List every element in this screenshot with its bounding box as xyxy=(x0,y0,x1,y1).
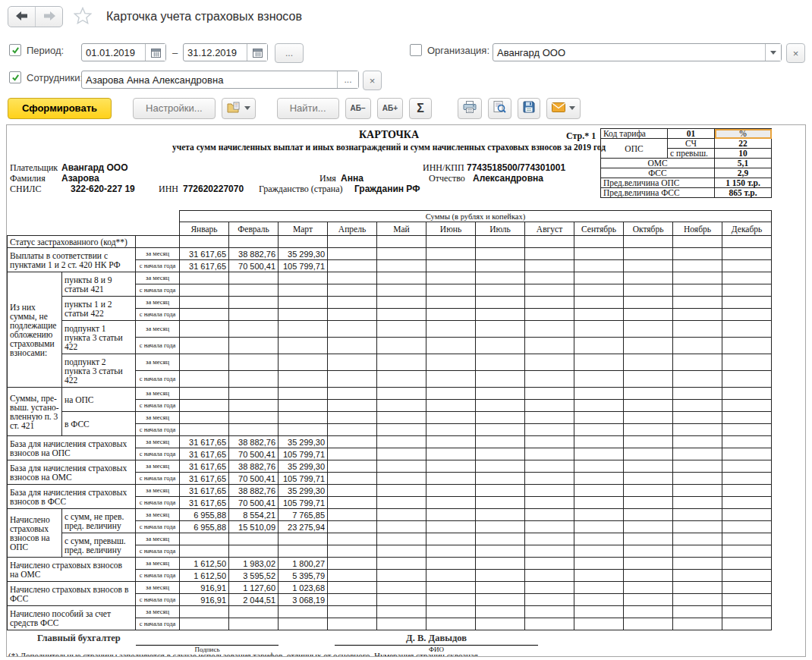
month-value-cell[interactable] xyxy=(722,545,772,558)
inn-label[interactable]: ИНН xyxy=(159,184,178,195)
month-value-cell[interactable] xyxy=(624,436,673,448)
month-value-cell[interactable] xyxy=(377,570,426,582)
sub-label-cell[interactable]: подпункт 2 пункта 3 статьи 422 xyxy=(62,354,136,388)
month-value-cell[interactable] xyxy=(229,371,279,388)
month-value-cell[interactable] xyxy=(476,424,525,436)
month-value-cell[interactable] xyxy=(574,570,624,582)
month-value-cell[interactable] xyxy=(722,533,772,545)
month-value-cell[interactable] xyxy=(722,460,772,473)
month-value-cell[interactable] xyxy=(229,284,279,297)
month-value-cell[interactable] xyxy=(624,473,673,485)
month-value-cell[interactable] xyxy=(574,236,624,248)
month-value-cell[interactable] xyxy=(328,284,377,297)
tariff-oms-label[interactable]: ОМС xyxy=(601,159,715,168)
month-value-cell[interactable] xyxy=(525,248,574,260)
month-value-cell[interactable] xyxy=(624,412,673,424)
month-value-cell[interactable] xyxy=(722,248,772,260)
row-label-cell[interactable]: База для начисления страховых взносов на… xyxy=(8,460,136,485)
month-value-cell[interactable] xyxy=(525,297,574,309)
month-value-cell[interactable] xyxy=(476,371,525,388)
month-value-cell[interactable] xyxy=(574,594,624,606)
month-value-cell[interactable] xyxy=(476,485,525,497)
month-value-cell[interactable] xyxy=(624,618,673,630)
month-value-cell[interactable] xyxy=(229,354,279,371)
month-value-cell[interactable] xyxy=(525,321,574,338)
month-value-cell[interactable]: 35 299,30 xyxy=(279,248,328,260)
month-value-cell[interactable] xyxy=(426,618,476,630)
forward-button[interactable] xyxy=(35,7,62,27)
month-value-cell[interactable] xyxy=(328,354,377,371)
month-value-cell[interactable] xyxy=(328,297,377,309)
month-value-cell[interactable]: 35 299,30 xyxy=(279,485,328,497)
month-value-cell[interactable]: 105 799,71 xyxy=(279,448,328,460)
month-value-cell[interactable] xyxy=(574,388,624,400)
month-value-cell[interactable] xyxy=(328,424,377,436)
month-header-cell[interactable]: Июль xyxy=(476,222,525,236)
month-header-cell[interactable]: Август xyxy=(525,222,574,236)
tariff-limit-ops-value[interactable]: 1 150 т.р. xyxy=(715,178,772,188)
snils-label[interactable]: СНИЛС xyxy=(10,184,41,195)
surname-label[interactable]: Фамилия xyxy=(10,173,46,184)
month-value-cell[interactable] xyxy=(722,371,772,388)
period-cell[interactable]: за месяц xyxy=(136,509,180,521)
month-value-cell[interactable] xyxy=(722,497,772,509)
citizenship-value[interactable]: Гражданин РФ xyxy=(354,184,420,194)
period-cell[interactable]: с начала года xyxy=(136,473,180,485)
month-value-cell[interactable] xyxy=(574,460,624,473)
month-value-cell[interactable] xyxy=(722,272,772,284)
tariff-fss-value[interactable]: 2,9 xyxy=(715,168,772,178)
month-value-cell[interactable] xyxy=(722,594,772,606)
period-cell[interactable]: за месяц xyxy=(136,297,180,309)
month-value-cell[interactable] xyxy=(426,533,476,545)
month-value-cell[interactable] xyxy=(525,509,574,521)
month-value-cell[interactable] xyxy=(624,236,673,248)
month-value-cell[interactable] xyxy=(180,400,229,412)
month-value-cell[interactable] xyxy=(476,321,525,338)
month-value-cell[interactable] xyxy=(673,521,722,533)
month-value-cell[interactable] xyxy=(279,236,328,248)
chief-accountant-label[interactable]: Главный бухгалтер xyxy=(37,633,121,644)
period-cell[interactable]: с начала года xyxy=(136,260,180,272)
month-value-cell[interactable] xyxy=(624,485,673,497)
month-header-cell[interactable]: Декабрь xyxy=(722,222,772,236)
month-value-cell[interactable]: 6 955,88 xyxy=(180,521,229,533)
month-value-cell[interactable]: 38 882,76 xyxy=(229,460,279,473)
month-value-cell[interactable] xyxy=(624,371,673,388)
month-value-cell[interactable] xyxy=(426,284,476,297)
month-value-cell[interactable] xyxy=(279,545,328,558)
month-value-cell[interactable] xyxy=(180,371,229,388)
firstname-label[interactable]: Имя xyxy=(319,173,336,184)
month-value-cell[interactable] xyxy=(722,412,772,424)
firstname-value[interactable]: Анна xyxy=(341,173,364,184)
month-value-cell[interactable] xyxy=(673,594,722,606)
month-value-cell[interactable]: 31 617,65 xyxy=(180,448,229,460)
month-value-cell[interactable]: 31 617,65 xyxy=(180,248,229,260)
payer-value[interactable]: Авангард ООО xyxy=(61,162,127,173)
month-value-cell[interactable] xyxy=(673,321,722,338)
month-value-cell[interactable] xyxy=(722,338,772,354)
month-value-cell[interactable] xyxy=(377,521,426,533)
month-value-cell[interactable] xyxy=(525,558,574,570)
period-cell[interactable]: с начала года xyxy=(136,521,180,533)
month-value-cell[interactable] xyxy=(377,260,426,272)
month-value-cell[interactable] xyxy=(229,272,279,284)
month-value-cell[interactable] xyxy=(180,606,229,618)
month-value-cell[interactable] xyxy=(180,284,229,297)
month-value-cell[interactable] xyxy=(624,448,673,460)
month-value-cell[interactable]: 105 799,71 xyxy=(279,260,328,272)
month-value-cell[interactable] xyxy=(624,297,673,309)
month-value-cell[interactable] xyxy=(476,606,525,618)
month-value-cell[interactable] xyxy=(229,412,279,424)
month-value-cell[interactable] xyxy=(426,388,476,400)
month-value-cell[interactable]: 105 799,71 xyxy=(279,497,328,509)
month-value-cell[interactable] xyxy=(377,309,426,321)
month-value-cell[interactable] xyxy=(673,545,722,558)
month-value-cell[interactable] xyxy=(279,272,328,284)
month-value-cell[interactable] xyxy=(722,236,772,248)
month-value-cell[interactable]: 5 395,79 xyxy=(279,570,328,582)
month-value-cell[interactable] xyxy=(525,606,574,618)
month-value-cell[interactable] xyxy=(426,497,476,509)
month-value-cell[interactable] xyxy=(328,460,377,473)
period-cell[interactable]: с начала года xyxy=(136,594,180,606)
group-label-cell[interactable]: Начислено страховых взносов на ОПС xyxy=(8,509,62,558)
